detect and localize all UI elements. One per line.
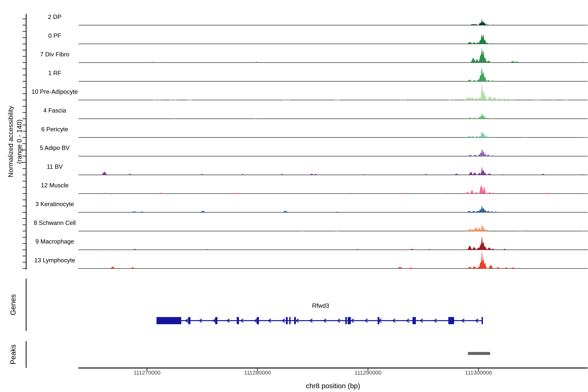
x-axis-tick-label: 111270000 [134,370,160,376]
gene-exon [215,317,218,324]
y-axis-tick [22,44,26,44]
x-axis-title: chr8 position (bp) [306,382,360,390]
track-baseline [78,118,588,119]
track-label-3-keratinocyte: 3 Keratinocyte [19,200,91,208]
track-label-10-pre-adipocyte: 10 Pre-Adipocyte [19,88,91,96]
y-axis-tick [22,50,26,50]
peaks-section-label: Peaks [9,344,17,364]
y-axis-tick [22,68,26,69]
track-signal [78,83,588,100]
track-label-5-adipo-bv: 5 Adipo BV [19,144,91,152]
y-axis-tick [22,181,26,182]
track-baseline [78,250,588,250]
track-signal [78,224,588,231]
track-baseline [78,137,588,138]
gene-exon [257,317,259,324]
y-axis-tick [22,212,26,213]
gene-exon [286,317,288,324]
y-axis-tick [22,193,26,194]
y-axis-tick [22,237,26,238]
y-axis-tick [22,81,26,82]
track-baseline [78,212,588,213]
track-signal [78,166,588,175]
track-signal [78,34,588,44]
x-axis-tick-label: 111290000 [354,370,382,376]
track-label-8-schwann-cell: 8 Schwann Cell [19,219,91,226]
track-label-4-fascia: 4 Fascia [19,107,91,114]
y-axis-tick [22,200,26,200]
track-signal [78,48,588,62]
track-label-0-pf: 0 PF [19,32,91,39]
x-axis-tick-label: 111280000 [244,370,271,376]
genes-section-bracket [26,279,26,331]
track-signal [78,113,588,119]
y-axis-tick [22,218,26,219]
track-baseline [78,174,588,175]
gene-name-label: Rfwd3 [312,302,329,309]
track-signal [78,132,588,138]
track-label-9-macrophage: 9 Macrophage [19,238,91,245]
track-baseline [78,44,588,44]
track-label-7-div-fibro: 7 Div Fibro [19,51,91,58]
genome-browser-figure: Normalized accessibility (range 0 - 140)… [0,0,588,392]
track-label-6-pericyte: 6 Pericyte [19,126,91,133]
track-baseline [78,156,588,156]
track-baseline [78,81,588,82]
peaks-section-bracket [26,341,26,368]
track-signal [78,237,588,250]
gene-exon [482,317,483,324]
peak-region-bar [468,352,490,355]
track-signal [78,252,588,268]
gene-exon [345,317,347,324]
y-axis-tick [22,231,26,232]
gene-exon [237,317,239,324]
gene-exon [412,317,416,324]
gene-exon [188,317,190,324]
y-axis-tick [22,31,26,32]
y-axis-title-line1: Normalized accessibility [6,106,15,177]
y-axis-tick [22,256,26,256]
tracks-plot-canvas [0,0,588,392]
y-axis-tick [22,25,26,26]
track-signal [78,206,588,212]
gene-exon [156,317,181,324]
y-axis-tick [22,268,26,269]
x-axis-tick-label: 111300000 [465,370,492,376]
y-axis-tick [22,250,26,250]
track-label-2-dp: 2 DP [19,14,91,20]
track-label-1-rf: 1 RF [19,70,91,77]
y-axis-tick [22,100,26,100]
track-label-11-bv: 11 BV [19,163,91,170]
track-signal [78,184,588,194]
track-baseline [78,231,588,231]
track-signal [78,19,588,25]
track-baseline [78,25,588,26]
gene-exon [289,317,290,324]
track-label-13-lymphocyte: 13 Lymphocyte [19,257,91,264]
track-label-12-muscle: 12 Muscle [19,182,91,189]
track-baseline [78,194,588,194]
track-signal [78,149,588,156]
genes-section-label: Genes [9,294,17,316]
y-axis-tick [22,87,26,88]
gene-exon [448,317,454,324]
x-axis-line [78,368,588,368]
track-signal [78,68,588,81]
y-axis-tick [22,62,26,63]
gene-exon [348,317,351,324]
